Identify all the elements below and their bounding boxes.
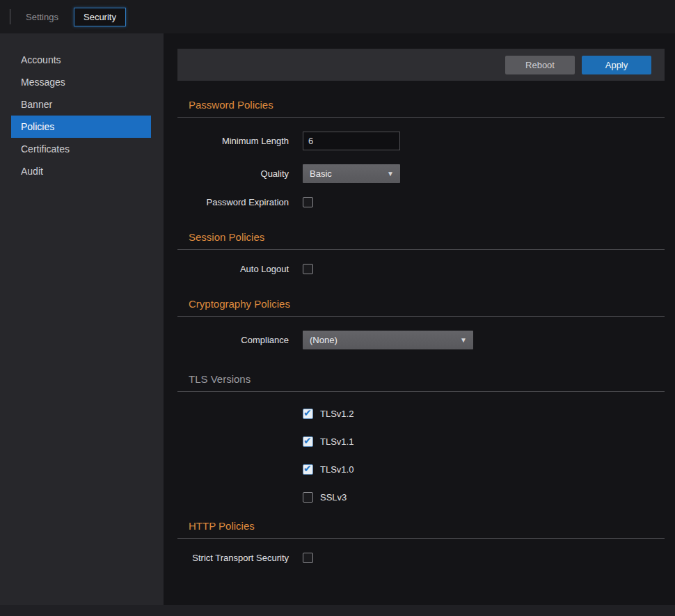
password-expiration-checkbox[interactable] [303, 197, 313, 207]
minimum-length-input[interactable] [303, 132, 400, 150]
section-divider [177, 249, 665, 250]
tab-settings[interactable]: Settings [24, 8, 60, 26]
sidebar-item-certificates[interactable]: Certificates [11, 138, 151, 160]
section-divider [177, 538, 665, 539]
apply-button[interactable]: Apply [582, 56, 651, 74]
main-area: Accounts Messages Banner Policies Certif… [0, 33, 675, 605]
strict-transport-security-label: Strict Transport Security [177, 553, 289, 563]
tls-option-row: TLSv1.0 [303, 464, 665, 475]
password-policies-section: Password Policies Minimum Length Quality… [177, 99, 665, 207]
minimum-length-label: Minimum Length [177, 136, 289, 146]
sidebar-item-policies[interactable]: Policies [11, 116, 151, 138]
tlsv1-0-label: TLSv1.0 [320, 464, 354, 475]
cryptography-policies-title: Cryptography Policies [189, 298, 665, 310]
strict-transport-security-checkbox[interactable] [303, 553, 313, 563]
strict-transport-security-row: Strict Transport Security [177, 553, 665, 563]
section-divider [177, 117, 665, 118]
compliance-dropdown-value: (None) [310, 335, 338, 345]
tlsv1-1-checkbox[interactable] [303, 436, 313, 447]
section-divider [177, 316, 665, 317]
bottom-strip [0, 605, 675, 616]
password-expiration-label: Password Expiration [177, 197, 289, 207]
password-policies-title: Password Policies [189, 99, 665, 111]
chevron-down-icon: ▼ [387, 170, 394, 177]
sslv3-checkbox[interactable] [303, 492, 313, 503]
quality-dropdown-value: Basic [310, 168, 332, 179]
topbar: Settings Security [0, 0, 675, 33]
auto-logout-checkbox[interactable] [303, 264, 313, 274]
tls-option-row: TLSv1.2 [303, 409, 665, 419]
quality-dropdown[interactable]: Basic ▼ [303, 164, 400, 183]
auto-logout-row: Auto Logout [177, 264, 665, 274]
section-divider [177, 391, 665, 392]
http-policies-title: HTTP Policies [189, 520, 665, 532]
action-bar: Reboot Apply [177, 49, 665, 81]
tlsv1-1-label: TLSv1.1 [320, 436, 354, 447]
sidebar-item-audit[interactable]: Audit [11, 160, 151, 182]
tlsv1-2-label: TLSv1.2 [320, 409, 354, 419]
session-policies-title: Session Policies [189, 231, 665, 243]
tab-security[interactable]: Security [74, 8, 126, 26]
compliance-row: Compliance (None) ▼ [177, 331, 665, 349]
topbar-divider [10, 9, 10, 24]
compliance-label: Compliance [177, 335, 289, 345]
http-policies-section: HTTP Policies Strict Transport Security [177, 520, 665, 563]
password-expiration-row: Password Expiration [177, 197, 665, 207]
sslv3-label: SSLv3 [320, 492, 347, 503]
quality-row: Quality Basic ▼ [177, 164, 665, 183]
sidebar-item-banner[interactable]: Banner [11, 93, 151, 116]
compliance-dropdown[interactable]: (None) ▼ [303, 331, 473, 349]
quality-label: Quality [177, 168, 289, 179]
session-policies-section: Session Policies Auto Logout [177, 231, 665, 274]
tlsv1-2-checkbox[interactable] [303, 409, 313, 419]
content-panel: Reboot Apply Password Policies Minimum L… [177, 33, 665, 605]
chevron-down-icon: ▼ [460, 336, 467, 344]
tls-option-row: TLSv1.1 [303, 436, 665, 447]
sidebar: Accounts Messages Banner Policies Certif… [0, 33, 164, 605]
tlsv1-0-checkbox[interactable] [303, 464, 313, 475]
cryptography-policies-section: Cryptography Policies Compliance (None) … [177, 298, 665, 503]
sidebar-item-messages[interactable]: Messages [11, 71, 151, 93]
sidebar-item-accounts[interactable]: Accounts [11, 49, 151, 71]
auto-logout-label: Auto Logout [177, 264, 289, 274]
reboot-button[interactable]: Reboot [505, 56, 575, 74]
minimum-length-row: Minimum Length [177, 132, 665, 150]
security-page: Settings Security Accounts Messages Bann… [0, 0, 675, 616]
tls-option-row: SSLv3 [303, 492, 665, 503]
tls-versions-title: TLS Versions [189, 373, 665, 385]
